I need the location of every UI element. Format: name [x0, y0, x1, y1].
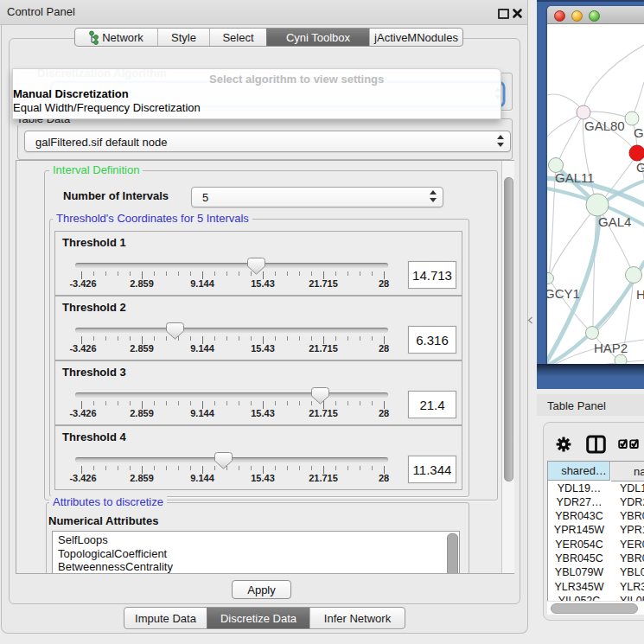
- svg-text:GAL11: GAL11: [555, 170, 595, 185]
- svg-text:GC: GC: [636, 160, 644, 175]
- svg-text:GAL4: GAL4: [598, 214, 631, 229]
- svg-text:H: H: [636, 287, 644, 302]
- svg-text:HAP2: HAP2: [594, 341, 628, 355]
- svg-text:GA: GA: [634, 125, 644, 140]
- svg-text:GAL80: GAL80: [584, 118, 625, 133]
- svg-text:GCY1: GCY1: [547, 286, 580, 301]
